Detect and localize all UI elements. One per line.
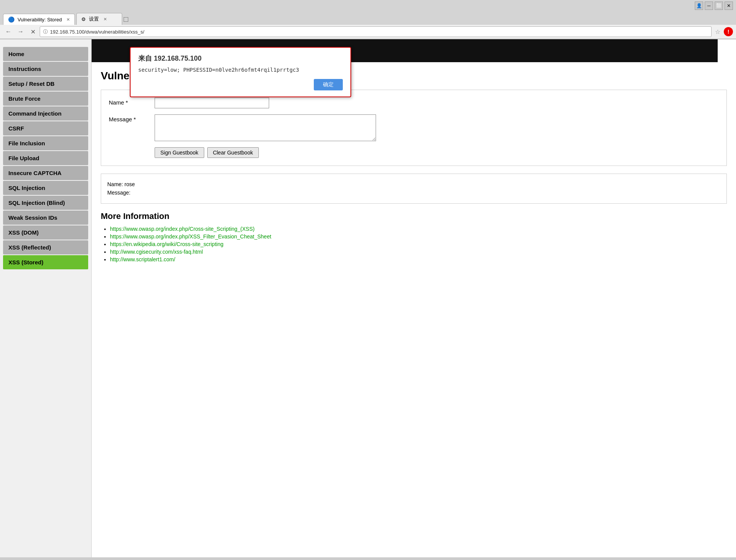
address-security-icon: ⓘ	[43, 29, 48, 35]
alert-dialog: 来自 192.168.75.100 security=low; PHPSESSI…	[130, 47, 351, 97]
sidebar-item-sql-injection[interactable]: SQL Injection	[3, 181, 88, 195]
more-info-link[interactable]: https://en.wikipedia.org/wiki/Cross-site…	[110, 241, 223, 247]
sidebar-item-instructions[interactable]: Instructions	[3, 62, 88, 76]
message-row: Message *	[109, 114, 719, 141]
alert-origin: 来自 192.168.75.100	[138, 54, 343, 63]
more-info-link[interactable]: https://www.owasp.org/index.php/Cross-si…	[110, 226, 255, 232]
more-information-section: More Information https://www.owasp.org/i…	[101, 211, 727, 262]
page-wrapper: HomeInstructionsSetup / Reset DBBrute Fo…	[0, 39, 736, 557]
sidebar-item-weak-session-ids[interactable]: Weak Session IDs	[3, 211, 88, 225]
clear-guestbook-btn[interactable]: Clear Guestbook	[207, 147, 259, 158]
reload-btn[interactable]: ✕	[27, 26, 38, 37]
tab-settings[interactable]: ⚙ 设置 ✕	[76, 13, 122, 25]
name-input[interactable]	[155, 98, 269, 108]
more-info-link[interactable]: http://www.scriptalert1.com/	[110, 256, 175, 262]
minimize-btn[interactable]: ─	[705, 2, 713, 10]
nav-bar: ← → ✕ ⓘ 192.168.75.100/dvwa/vulnerabilit…	[0, 25, 736, 39]
tab-bar: 🔵 Vulnerability: Stored ✕ ⚙ 设置 ✕ □	[0, 11, 736, 25]
maximize-btn[interactable]: ⬜	[715, 2, 723, 10]
sidebar-item-csrf[interactable]: CSRF	[3, 121, 88, 135]
sidebar-item-setup[interactable]: Setup / Reset DB	[3, 77, 88, 91]
message-label: Message *	[109, 114, 155, 122]
list-item: http://www.cgisecurity.com/xss-faq.html	[110, 249, 727, 255]
sidebar-item-file-inclusion[interactable]: File Inclusion	[3, 136, 88, 150]
alert-ok-button[interactable]: 确定	[314, 79, 343, 90]
guestbook-entry: Name: rose Message:	[101, 174, 727, 204]
sign-guestbook-btn[interactable]: Sign Guestbook	[155, 147, 204, 158]
more-info-title: More Information	[101, 211, 727, 221]
forward-btn[interactable]: →	[15, 26, 26, 37]
sidebar-item-command-injection[interactable]: Command Injection	[3, 106, 88, 121]
settings-tab-close-btn[interactable]: ✕	[103, 17, 107, 22]
list-item: https://en.wikipedia.org/wiki/Cross-site…	[110, 241, 727, 247]
tab-close-btn[interactable]: ✕	[66, 17, 70, 22]
name-row: Name *	[109, 98, 719, 108]
more-info-link[interactable]: https://www.owasp.org/index.php/XSS_Filt…	[110, 233, 271, 240]
message-textarea[interactable]	[155, 114, 376, 141]
address-bar[interactable]: ⓘ 192.168.75.100/dvwa/vulnerabilities/xs…	[40, 26, 712, 37]
sidebar-item-xss-reflected[interactable]: XSS (Reflected)	[3, 240, 88, 254]
sidebar-item-xss-stored[interactable]: XSS (Stored)	[3, 255, 88, 269]
more-info-list: https://www.owasp.org/index.php/Cross-si…	[101, 226, 727, 262]
sidebar-item-home[interactable]: Home	[3, 47, 88, 61]
guestbook-name: Name: rose	[107, 180, 720, 188]
address-url: 192.168.75.100/dvwa/vulnerabilities/xss_…	[50, 29, 708, 35]
sidebar-item-brute-force[interactable]: Brute Force	[3, 92, 88, 106]
new-tab-area[interactable]: □	[124, 13, 143, 25]
settings-tab-label: 设置	[89, 16, 99, 23]
alert-message: security=low; PHPSESSID=n0lve2hr6ofmt4rq…	[138, 67, 343, 73]
sidebar: HomeInstructionsSetup / Reset DBBrute Fo…	[0, 39, 92, 557]
form-buttons: Sign Guestbook Clear Guestbook	[155, 147, 719, 158]
form-section: Name * Message * Sign Guestbook Clear Gu…	[101, 90, 727, 166]
browser-chrome: 👤 ─ ⬜ ✕ 🔵 Vulnerability: Stored ✕ ⚙ 设置 ✕…	[0, 0, 736, 39]
main-content: Vulnerability: Stored Cross Site Scripti…	[92, 39, 736, 557]
bookmark-btn[interactable]: ☆	[713, 27, 722, 36]
more-info-link[interactable]: http://www.cgisecurity.com/xss-faq.html	[110, 249, 203, 255]
close-btn[interactable]: ✕	[725, 2, 733, 10]
tab-favicon: 🔵	[8, 16, 15, 23]
list-item: https://www.owasp.org/index.php/XSS_Filt…	[110, 233, 727, 240]
settings-icon: ⚙	[81, 16, 86, 22]
sidebar-item-sql-injection-blind[interactable]: SQL Injection (Blind)	[3, 196, 88, 210]
tab-vulnerability-stored[interactable]: 🔵 Vulnerability: Stored ✕	[3, 14, 75, 25]
sidebar-item-xss-dom[interactable]: XSS (DOM)	[3, 225, 88, 240]
sidebar-item-file-upload[interactable]: File Upload	[3, 151, 88, 165]
back-btn[interactable]: ←	[3, 26, 14, 37]
list-item: http://www.scriptalert1.com/	[110, 256, 727, 262]
guestbook-message: Message:	[107, 188, 720, 197]
list-item: https://www.owasp.org/index.php/Cross-si…	[110, 226, 727, 232]
user-icon-btn[interactable]: 👤	[695, 2, 703, 10]
browser-action-btn[interactable]: !	[724, 27, 733, 36]
sidebar-item-insecure-captcha[interactable]: Insecure CAPTCHA	[3, 166, 88, 180]
title-bar: 👤 ─ ⬜ ✕	[0, 0, 736, 11]
name-label: Name *	[109, 98, 155, 106]
tab-label: Vulnerability: Stored	[18, 17, 62, 23]
